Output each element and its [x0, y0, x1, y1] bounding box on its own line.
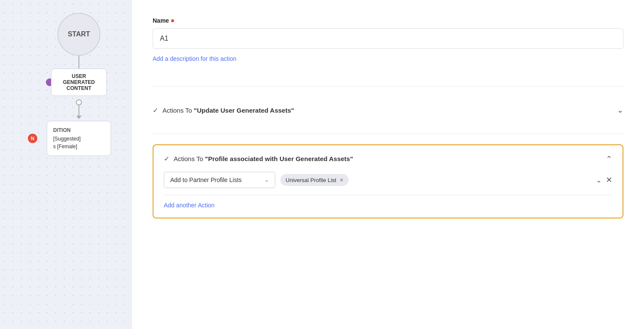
start-node: START [57, 13, 100, 56]
chevron-up-icon[interactable]: ⌄ [606, 154, 612, 163]
required-dot [171, 19, 174, 22]
actions-section-2: ✓ Actions To "Profile associated with Us… [153, 144, 623, 218]
condition-label: DITION [53, 127, 105, 133]
condition-node: DITION [Suggested] s [Female] [47, 121, 111, 156]
check-icon-1: ✓ [153, 106, 158, 114]
dropdown-arrow-icon: ⌄ [265, 177, 269, 183]
check-icon-2: ✓ [164, 155, 169, 163]
flow-line-1 [78, 56, 79, 69]
tag-close-icon[interactable]: × [340, 176, 343, 183]
add-another-action-link[interactable]: Add another Action [164, 202, 214, 209]
actions-section-1[interactable]: ✓ Actions To "Update User Generated Asse… [153, 97, 623, 123]
female-label: s [Female] [53, 144, 105, 150]
name-input[interactable] [153, 28, 623, 49]
flow-arrow [76, 116, 81, 119]
row-remove-icon[interactable]: ✕ [606, 175, 612, 185]
row-chevron-down-icon[interactable]: ⌄ [596, 176, 602, 184]
suggested-label: [Suggested] [53, 136, 105, 142]
n-badge: N [28, 134, 37, 143]
add-description-link[interactable]: Add a description for this action [153, 55, 236, 62]
ugc-node: USERGENERATEDCONTENT [51, 69, 107, 96]
action-row: Add to Partner Profile Lists ⌄ Universal… [164, 172, 612, 195]
right-panel: Name Add a description for this action ✓… [132, 0, 644, 329]
action-dropdown[interactable]: Add to Partner Profile Lists ⌄ [164, 172, 275, 188]
flow-line-2 [78, 105, 79, 116]
flow-connector-circle [76, 99, 82, 105]
tag-pill: Universal Profile List × [280, 174, 349, 186]
divider-2 [153, 134, 623, 134]
divider-1 [153, 86, 623, 87]
chevron-down-icon-1: ⌄ [617, 105, 623, 115]
name-field-label: Name [153, 17, 623, 24]
flow-diagram: START USERGENERATEDCONTENT DITION [Sugge… [0, 0, 132, 329]
